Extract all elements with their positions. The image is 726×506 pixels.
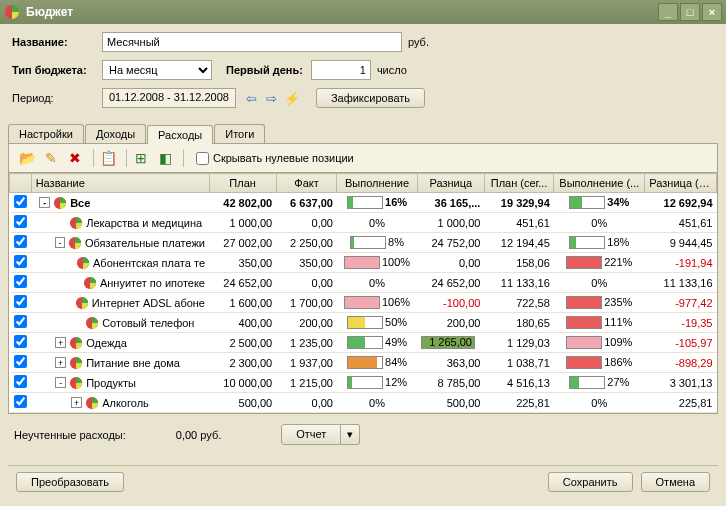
row-checkbox[interactable] (14, 375, 27, 388)
tab-totals[interactable]: Итоги (214, 124, 265, 143)
table-row[interactable]: -Все42 802,006 637,0016%36 165,...19 329… (10, 193, 717, 213)
row-name: Интернет ADSL абоне (92, 297, 205, 309)
row-checkbox[interactable] (14, 215, 27, 228)
col-name[interactable]: Название (31, 174, 209, 193)
copy-icon[interactable]: 📋 (98, 148, 118, 168)
cell-diff2: 11 133,16 (645, 273, 717, 293)
next-period-button[interactable]: ⇨ (263, 89, 281, 107)
table-row[interactable]: Аннуитет по ипотеке24 652,000,000%24 652… (10, 273, 717, 293)
save-button[interactable]: Сохранить (548, 472, 633, 492)
cell-plan: 27 002,00 (209, 233, 276, 253)
separator (93, 149, 94, 167)
cell-fact: 1 235,00 (276, 333, 337, 353)
tab-income[interactable]: Доходы (85, 124, 146, 143)
maximize-button[interactable]: □ (680, 3, 700, 21)
table-row[interactable]: +Питание вне дома2 300,001 937,0084%363,… (10, 353, 717, 373)
chart-icon[interactable]: ◧ (155, 148, 175, 168)
report-dropdown-icon[interactable]: ▾ (341, 424, 360, 445)
col-diff-today[interactable]: Разница (с... (645, 174, 717, 193)
row-checkbox[interactable] (14, 275, 27, 288)
cell-plan2: 158,06 (484, 253, 553, 273)
row-checkbox[interactable] (14, 195, 27, 208)
delete-icon[interactable]: ✖ (65, 148, 85, 168)
row-checkbox[interactable] (14, 335, 27, 348)
row-checkbox[interactable] (14, 315, 27, 328)
cell-pct2: 0% (554, 213, 645, 233)
refresh-button[interactable]: ⚡ (283, 89, 301, 107)
col-exec-today[interactable]: Выполнение (... (554, 174, 645, 193)
cell-diff2: 451,61 (645, 213, 717, 233)
titlebar: Бюджет _ □ × (0, 0, 726, 24)
cell-pct2: 27% (554, 373, 645, 393)
col-diff[interactable]: Разница (417, 174, 484, 193)
open-icon[interactable]: 📂 (17, 148, 37, 168)
window-title: Бюджет (26, 5, 656, 19)
cell-plan: 400,00 (209, 313, 276, 333)
row-name: Обязательные платежи (85, 237, 205, 249)
row-checkbox[interactable] (14, 295, 27, 308)
cell-pct2: 111% (554, 313, 645, 333)
tab-settings[interactable]: Настройки (8, 124, 84, 143)
expand-icon[interactable]: - (39, 197, 50, 208)
cell-diff: 200,00 (417, 313, 484, 333)
currency-label: руб. (408, 36, 429, 48)
expand-icon[interactable]: - (55, 237, 65, 248)
cell-plan2: 722,58 (484, 293, 553, 313)
cell-fact: 0,00 (276, 213, 337, 233)
table-row[interactable]: Интернет ADSL абоне1 600,001 700,00106%-… (10, 293, 717, 313)
cell-plan: 1 600,00 (209, 293, 276, 313)
table-row[interactable]: Лекарства и медицина1 000,000,000%1 000,… (10, 213, 717, 233)
close-button[interactable]: × (702, 3, 722, 21)
expand-icon[interactable]: - (55, 377, 66, 388)
cancel-button[interactable]: Отмена (641, 472, 710, 492)
expand-icon[interactable]: + (71, 397, 82, 408)
firstday-unit: число (377, 64, 407, 76)
table-row[interactable]: Сотовый телефон400,00200,0050%200,00180,… (10, 313, 717, 333)
minimize-button[interactable]: _ (658, 3, 678, 21)
name-input[interactable] (102, 32, 402, 52)
hide-zero-row[interactable]: Скрывать нулевые позиции (196, 152, 354, 165)
expand-icon[interactable]: + (55, 357, 66, 368)
table-row[interactable]: +Одежда2 500,001 235,0049%1 265,001 129,… (10, 333, 717, 353)
cell-diff2: -191,94 (645, 253, 717, 273)
cell-plan2: 4 516,13 (484, 373, 553, 393)
type-select[interactable]: На месяц (102, 60, 212, 80)
col-check[interactable] (10, 174, 32, 193)
cell-plan2: 225,81 (484, 393, 553, 413)
cell-pct2: 34% (554, 193, 645, 213)
transform-button[interactable]: Преобразовать (16, 472, 124, 492)
table-row[interactable]: -Обязательные платежи27 002,002 250,008%… (10, 233, 717, 253)
cell-fact: 6 637,00 (276, 193, 337, 213)
row-checkbox[interactable] (14, 255, 27, 268)
expand-icon[interactable]: + (55, 337, 66, 348)
cell-diff: 500,00 (417, 393, 484, 413)
table-row[interactable]: Абонентская плата те350,00350,00100%0,00… (10, 253, 717, 273)
row-checkbox[interactable] (14, 395, 27, 408)
row-checkbox[interactable] (14, 235, 27, 248)
cell-pct2: 235% (554, 293, 645, 313)
firstday-input[interactable] (311, 60, 371, 80)
row-name: Продукты (86, 377, 136, 389)
cell-pct: 0% (337, 213, 417, 233)
cell-pct: 8% (337, 233, 417, 253)
report-button[interactable]: Отчет ▾ (281, 424, 360, 445)
table-row[interactable]: +Алкоголь500,000,000%500,00225,810%225,8… (10, 393, 717, 413)
report-button-label[interactable]: Отчет (281, 424, 341, 445)
unaccounted-label: Неучтенные расходы: (14, 429, 126, 441)
fix-button[interactable]: Зафиксировать (316, 88, 425, 108)
excel-icon[interactable]: ⊞ (131, 148, 151, 168)
table-row[interactable]: -Продукты10 000,001 215,0012%8 785,004 5… (10, 373, 717, 393)
cell-diff2: 9 944,45 (645, 233, 717, 253)
row-name: Сотовый телефон (102, 317, 194, 329)
cell-plan: 1 000,00 (209, 213, 276, 233)
row-checkbox[interactable] (14, 355, 27, 368)
col-plan[interactable]: План (209, 174, 276, 193)
hide-zero-checkbox[interactable] (196, 152, 209, 165)
edit-icon[interactable]: ✎ (41, 148, 61, 168)
col-plan-today[interactable]: План (сег... (484, 174, 553, 193)
cell-fact: 0,00 (276, 393, 337, 413)
col-fact[interactable]: Факт (276, 174, 337, 193)
prev-period-button[interactable]: ⇦ (243, 89, 261, 107)
col-exec[interactable]: Выполнение (337, 174, 417, 193)
tab-expenses[interactable]: Расходы (147, 125, 213, 144)
